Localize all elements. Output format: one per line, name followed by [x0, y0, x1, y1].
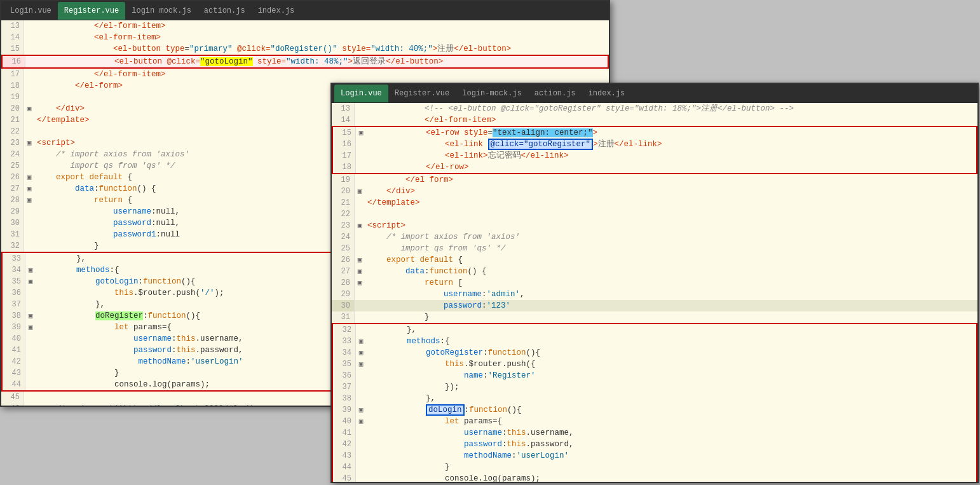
code-line-14: 14 <el-form-item>: [1, 32, 609, 43]
code-line2-15: 15 ▣ <el-row style="text-align: center;"…: [332, 126, 977, 139]
tab-login-mock-1[interactable]: login mock.js: [125, 2, 198, 20]
tab-login-vue-2[interactable]: Login.vue: [334, 85, 388, 102]
code-line2-44: 44 }: [332, 461, 977, 473]
code-line2-21: 21 </template>: [332, 197, 977, 208]
code-line2-32: 32 },: [332, 323, 977, 336]
code-line2-20: 20 ▣ </div>: [332, 186, 977, 197]
code-line2-17: 17 <el-link>忘记密码</el-link>: [332, 150, 977, 161]
code-line2-24: 24 /* import axios from 'axios': [332, 231, 977, 243]
tab-index-2[interactable]: index.js: [582, 85, 632, 102]
tab-register-vue-1[interactable]: Register.vue: [58, 2, 125, 20]
code-line2-41: 41 username:this.username,: [332, 427, 977, 439]
code-line2-28: 28 ▣ return [: [332, 277, 977, 289]
tab-login-mock-2[interactable]: login-mock.js: [456, 85, 528, 102]
code-line2-31: 31 }: [332, 311, 977, 323]
code-line2-26: 26 ▣ export default {: [332, 254, 977, 266]
tab-register-vue-2[interactable]: Register.vue: [388, 85, 456, 102]
code-line2-23: 23 ▣ <script>: [332, 220, 977, 231]
code-line2-38: 38 },: [332, 393, 977, 404]
code-line2-16: 16 <el-link @click="gotoRegister">注册</el…: [332, 139, 977, 150]
code-area-2: 13 <!-- <el-button @click="gotoRegister"…: [332, 103, 977, 482]
code-line2-36: 36 name:'Register': [332, 370, 977, 381]
code-line2-13: 13 <!-- <el-button @click="gotoRegister"…: [332, 103, 977, 114]
code-line2-33: 33 ▣ methods:{: [332, 336, 977, 347]
code-line2-19: 19 </el form>: [332, 174, 977, 186]
code-line2-18: 18 </el-row>: [332, 161, 977, 174]
code-line2-30: 30 password:'123': [332, 300, 977, 311]
code-line-15: 15 <el-button type="primary" @click="doR…: [1, 43, 609, 55]
code-line2-37: 37 });: [332, 381, 977, 393]
tab-index-1[interactable]: index.js: [252, 2, 301, 20]
code-line2-14: 14 </el-form-item>: [332, 114, 977, 126]
tab-action-2[interactable]: action.js: [528, 85, 582, 102]
code-line2-25: 25 import qs from 'qs' */: [332, 243, 977, 254]
code-line-16: 16 <el-button @click="gotoLogin" style="…: [1, 55, 609, 69]
code-line2-35: 35 ▣ this.$router.push({: [332, 359, 977, 370]
tab-login-vue-1[interactable]: Login.vue: [4, 2, 58, 20]
code-line2-22: 22: [332, 208, 977, 220]
tab-bar-2: Login.vue Register.vue login-mock.js act…: [332, 84, 977, 103]
code-line2-43: 43 methodName:'userLogin': [332, 450, 977, 461]
tab-action-1[interactable]: action.js: [198, 2, 252, 20]
code-line2-29: 29 username:'admin',: [332, 289, 977, 300]
code-line2-45: 45 console.log(params);: [332, 473, 977, 482]
code-line2-40: 40 ▣ let params={: [332, 416, 977, 427]
code-line2-39: 39 ▣ doLogin:function(){: [332, 404, 977, 416]
editor-window-login[interactable]: Login.vue Register.vue login-mock.js act…: [330, 83, 979, 483]
code-line2-42: 42 password:this.password,: [332, 439, 977, 450]
code-line-17: 17 </el-form-item>: [1, 69, 609, 80]
code-line2-34: 34 ▣ gotoRegister:function(){: [332, 347, 977, 359]
code-line-13: 13 </el-form-item>: [1, 20, 609, 32]
code-line2-27: 27 ▣ data:function() {: [332, 266, 977, 277]
tab-bar-1: Login.vue Register.vue login mock.js act…: [1, 1, 609, 20]
